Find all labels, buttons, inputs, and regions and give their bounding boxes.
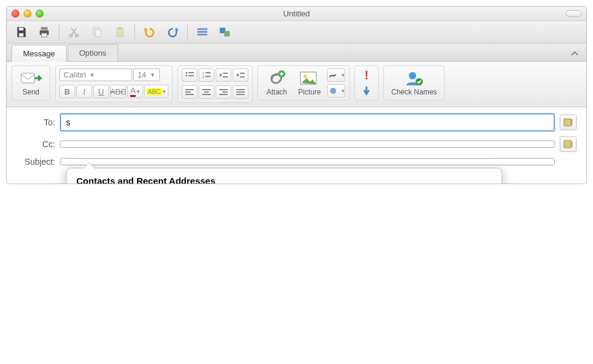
svg-rect-15: [224, 31, 230, 36]
svg-rect-9: [116, 28, 124, 36]
svg-rect-12: [197, 31, 207, 33]
svg-rect-2: [41, 27, 48, 30]
italic-button[interactable]: I: [76, 85, 92, 98]
check-names-button[interactable]: Check Names: [388, 68, 440, 98]
align-justify-button[interactable]: [233, 85, 248, 99]
close-window-button[interactable]: [12, 10, 19, 18]
align-right-button[interactable]: [216, 85, 231, 99]
ribbon-tabs: Message Options: [7, 44, 586, 62]
paragraph-group: 12: [177, 65, 253, 103]
svg-point-44: [330, 88, 336, 94]
send-group: Send: [12, 65, 50, 101]
svg-rect-26: [223, 76, 228, 78]
svg-rect-47: [564, 119, 571, 126]
svg-rect-37: [219, 94, 228, 95]
svg-rect-1: [19, 33, 23, 37]
minimize-window-button[interactable]: [24, 10, 31, 18]
titlebar: Untitled: [7, 7, 586, 21]
numbered-list-button[interactable]: 12: [199, 68, 214, 82]
cc-label: Cc:: [16, 139, 55, 149]
flags-group: !: [354, 65, 379, 101]
address-book-to-button[interactable]: [560, 114, 577, 130]
toggle-list-button[interactable]: [193, 24, 212, 41]
svg-rect-22: [205, 72, 211, 73]
svg-rect-8: [96, 30, 101, 37]
align-left-button[interactable]: [182, 85, 197, 99]
align-center-button[interactable]: [199, 85, 214, 99]
svg-point-5: [70, 35, 72, 37]
address-book-cc-button[interactable]: [560, 136, 577, 152]
autocomplete-popover: Contacts and Recent Addresses Eric Soyae…: [66, 168, 502, 184]
font-group: Calibri▼ 14▼ B I U ABC A▾ ABC▾: [55, 65, 173, 102]
cc-input[interactable]: [60, 141, 555, 148]
toolbar-pill-button[interactable]: [566, 10, 581, 17]
redo-button[interactable]: [163, 24, 182, 41]
subject-label: Subject:: [16, 157, 55, 167]
svg-rect-38: [236, 89, 245, 90]
collapse-ribbon-button[interactable]: [563, 47, 586, 61]
svg-rect-4: [41, 33, 47, 37]
svg-rect-48: [571, 119, 572, 125]
svg-point-43: [303, 74, 307, 78]
svg-rect-16: [21, 73, 35, 83]
arrange-windows-button[interactable]: [216, 24, 235, 41]
svg-rect-18: [188, 72, 194, 73]
svg-text:2: 2: [202, 75, 205, 79]
undo-button[interactable]: [140, 24, 159, 41]
svg-rect-24: [205, 76, 211, 77]
tab-options[interactable]: Options: [68, 44, 118, 61]
paste-button[interactable]: [110, 24, 130, 41]
svg-rect-25: [223, 73, 228, 74]
send-button[interactable]: Send: [16, 68, 46, 98]
ribbon: Send Calibri▼ 14▼ B I U ABC A▾ ABC▾: [7, 62, 586, 107]
copy-button[interactable]: [87, 24, 107, 41]
svg-rect-39: [236, 91, 245, 93]
svg-rect-10: [119, 27, 122, 29]
print-button[interactable]: [35, 24, 54, 41]
quick-access-toolbar: [7, 21, 586, 44]
subject-input[interactable]: [60, 158, 555, 165]
font-size-select[interactable]: 14▼: [133, 68, 160, 81]
svg-point-6: [76, 35, 78, 37]
svg-point-45: [409, 72, 416, 79]
tab-message[interactable]: Message: [12, 45, 67, 62]
compose-window: Untitled: [6, 6, 587, 184]
svg-rect-34: [202, 94, 211, 95]
cut-button[interactable]: [64, 24, 84, 41]
to-input[interactable]: s: [60, 113, 555, 131]
svg-rect-28: [240, 76, 245, 78]
attach-button[interactable]: Attach: [262, 68, 292, 98]
picture-button[interactable]: Picture: [294, 68, 325, 98]
zoom-window-button[interactable]: [36, 10, 44, 18]
signature-button[interactable]: ▾: [327, 68, 345, 82]
hyperlink-button[interactable]: ▾: [327, 84, 345, 98]
save-button[interactable]: [12, 24, 31, 41]
font-family-select[interactable]: Calibri▼: [59, 68, 132, 81]
svg-rect-31: [185, 94, 194, 95]
high-importance-button[interactable]: !: [359, 68, 374, 82]
svg-rect-35: [219, 89, 228, 90]
svg-rect-0: [19, 28, 23, 31]
svg-rect-36: [222, 91, 228, 93]
strikethrough-button[interactable]: ABC: [110, 85, 126, 98]
low-importance-button[interactable]: [359, 84, 374, 98]
svg-rect-27: [240, 73, 245, 74]
bold-button[interactable]: B: [59, 85, 75, 98]
names-group: Check Names: [383, 65, 445, 101]
bulleted-list-button[interactable]: [182, 68, 197, 82]
highlight-button[interactable]: ABC▾: [144, 85, 168, 98]
svg-rect-30: [185, 91, 191, 93]
font-color-button[interactable]: A▾: [127, 85, 143, 98]
svg-point-19: [186, 75, 188, 77]
to-label: To:: [16, 117, 55, 127]
underline-button[interactable]: U: [93, 85, 109, 98]
increase-indent-button[interactable]: [233, 68, 248, 82]
decrease-indent-button[interactable]: [216, 68, 231, 82]
svg-rect-29: [185, 89, 194, 90]
svg-rect-32: [202, 89, 211, 90]
svg-point-17: [186, 72, 188, 74]
autocomplete-heading: Contacts and Recent Addresses: [67, 173, 502, 184]
svg-rect-40: [236, 94, 245, 95]
header-fields: To: s Cc: Subject: Contacts and Recent A…: [7, 107, 586, 184]
window-controls: [12, 10, 44, 18]
